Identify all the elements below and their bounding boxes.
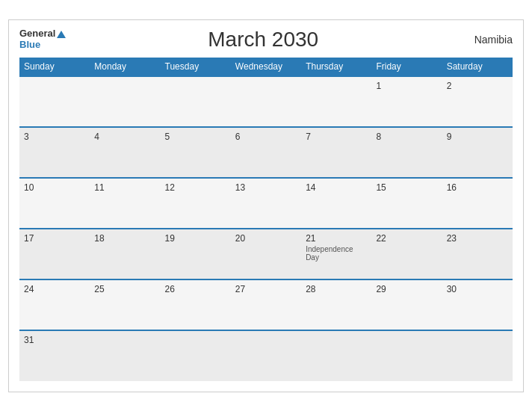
day-number: 30: [447, 284, 508, 294]
calendar-day-cell: 14: [301, 178, 371, 229]
calendar-day-cell: 19: [161, 229, 231, 279]
day-number: 6: [235, 132, 297, 142]
calendar-day-cell: 2: [442, 76, 513, 127]
calendar-day-cell: [231, 330, 301, 381]
calendar-week-row: 3456789: [19, 127, 513, 178]
calendar-day-cell: 23: [442, 229, 513, 279]
calendar-day-cell: 3: [19, 127, 90, 178]
day-number: 4: [94, 132, 155, 142]
calendar-day-cell: 9: [442, 127, 513, 178]
calendar-day-cell: 4: [90, 127, 160, 178]
calendar-week-row: 10111213141516: [19, 178, 513, 229]
calendar-week-row: 31: [19, 330, 513, 381]
day-number: 18: [94, 233, 155, 244]
calendar-day-cell: 20: [231, 229, 301, 279]
day-number: 3: [24, 132, 85, 142]
calendar-day-cell: 16: [442, 178, 513, 229]
calendar-day-cell: [301, 76, 371, 127]
day-number: 28: [306, 284, 367, 294]
day-number: 31: [24, 335, 85, 345]
calendar-day-cell: 11: [90, 178, 160, 229]
calendar-week-row: 24252627282930: [19, 279, 513, 330]
calendar-day-cell: 7: [301, 127, 371, 178]
calendar-day-cell: 18: [90, 229, 160, 279]
weekday-header-cell: Friday: [371, 58, 442, 76]
calendar-day-cell: [371, 330, 442, 381]
day-number: 29: [376, 284, 437, 294]
calendar-day-cell: 13: [231, 178, 301, 229]
calendar-header-row: SundayMondayTuesdayWednesdayThursdayFrid…: [19, 58, 513, 76]
calendar-day-cell: [301, 330, 371, 381]
calendar-day-cell: [90, 330, 160, 381]
country-label: Namibia: [460, 34, 513, 46]
calendar-day-cell: 29: [371, 279, 442, 330]
calendar-header: General Blue March 2030 Namibia: [19, 28, 513, 52]
day-number: 20: [235, 233, 297, 244]
weekday-header: SundayMondayTuesdayWednesdayThursdayFrid…: [19, 58, 513, 76]
weekday-header-cell: Saturday: [442, 58, 513, 76]
calendar-day-cell: 28: [301, 279, 371, 330]
day-number: 24: [24, 284, 85, 294]
weekday-header-cell: Monday: [90, 58, 160, 76]
day-number: 17: [24, 233, 85, 244]
calendar-day-cell: [231, 76, 301, 127]
calendar-day-cell: 17: [19, 229, 90, 279]
day-number: 7: [306, 132, 367, 142]
calendar-day-cell: 12: [161, 178, 231, 229]
calendar-day-cell: 26: [161, 279, 231, 330]
calendar: General Blue March 2030 Namibia SundayMo…: [8, 19, 524, 392]
calendar-day-cell: [19, 76, 90, 127]
calendar-day-cell: [161, 76, 231, 127]
day-number: 13: [235, 182, 297, 193]
calendar-day-cell: 22: [371, 229, 442, 279]
day-number: 22: [376, 233, 437, 244]
logo-blue: Blue: [19, 40, 66, 50]
logo-general: General: [19, 28, 66, 39]
day-number: 16: [447, 182, 508, 193]
calendar-day-cell: 1: [371, 76, 442, 127]
calendar-day-cell: 5: [161, 127, 231, 178]
calendar-day-cell: [442, 330, 513, 381]
day-number: 25: [94, 284, 155, 294]
day-number: 2: [447, 81, 508, 91]
calendar-day-cell: 27: [231, 279, 301, 330]
day-number: 5: [165, 132, 226, 142]
logo: General Blue: [19, 28, 66, 50]
day-number: 26: [165, 284, 226, 294]
calendar-day-cell: 25: [90, 279, 160, 330]
day-number: 21: [306, 233, 367, 244]
day-number: 11: [94, 182, 155, 193]
day-number: 10: [24, 182, 85, 193]
calendar-week-row: 1718192021Independence Day2223: [19, 229, 513, 279]
calendar-day-cell: 21Independence Day: [301, 229, 371, 279]
day-number: 15: [376, 182, 437, 193]
day-number: 9: [447, 132, 508, 142]
calendar-day-cell: 6: [231, 127, 301, 178]
weekday-header-cell: Wednesday: [231, 58, 301, 76]
weekday-header-cell: Thursday: [301, 58, 371, 76]
day-number: 8: [376, 132, 437, 142]
day-number: 27: [235, 284, 297, 294]
calendar-day-cell: 31: [19, 330, 90, 381]
calendar-day-cell: [90, 76, 160, 127]
weekday-header-cell: Sunday: [19, 58, 90, 76]
calendar-day-cell: 15: [371, 178, 442, 229]
calendar-day-cell: 8: [371, 127, 442, 178]
logo-triangle-icon: [57, 31, 66, 38]
calendar-day-cell: 24: [19, 279, 90, 330]
calendar-body: 123456789101112131415161718192021Indepen…: [19, 76, 513, 381]
day-number: 19: [165, 233, 226, 244]
calendar-day-cell: 30: [442, 279, 513, 330]
day-number: 14: [306, 182, 367, 193]
day-number: 23: [447, 233, 508, 244]
calendar-day-cell: [161, 330, 231, 381]
weekday-header-cell: Tuesday: [161, 58, 231, 76]
day-number: 1: [376, 81, 437, 91]
event-label: Independence Day: [306, 245, 367, 262]
calendar-day-cell: 10: [19, 178, 90, 229]
calendar-week-row: 12: [19, 76, 513, 127]
calendar-table: SundayMondayTuesdayWednesdayThursdayFrid…: [19, 58, 513, 381]
day-number: 12: [165, 182, 226, 193]
month-title: March 2030: [66, 28, 460, 52]
